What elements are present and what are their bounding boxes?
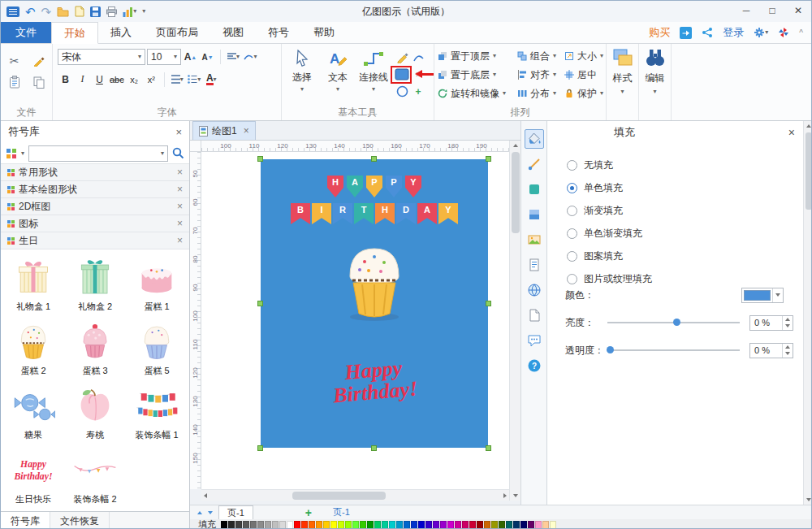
palette-swatch[interactable] [382,521,388,529]
open-file-icon[interactable] [57,5,69,18]
selection-handle[interactable] [486,156,491,162]
page-next-icon[interactable] [205,507,215,518]
spinner-arrows[interactable] [782,316,793,330]
login-button[interactable]: 登录 [723,25,744,40]
drawing-canvas[interactable]: HAPPY BIRTHDAY Happy Birthday! [201,152,509,489]
palette-swatch[interactable] [462,521,469,529]
hyperlink-globe-icon[interactable] [525,280,544,300]
font-family-select[interactable]: 宋体▾ [58,49,145,65]
ribbon-tab[interactable]: 帮助 [301,22,347,43]
italic-button[interactable]: I [75,72,90,87]
minimize-button[interactable]: ─ [733,1,759,20]
print-icon[interactable] [106,5,117,18]
collapse-ribbon-icon[interactable]: ^ [799,28,803,37]
palette-swatch[interactable] [287,521,293,529]
palette-swatch[interactable] [250,521,257,529]
bullet-list-button[interactable]: ▾ [187,72,202,87]
palette-swatch[interactable] [243,521,249,529]
palette-swatch[interactable] [294,521,300,529]
palette-swatch[interactable] [367,521,374,529]
search-icon[interactable] [172,147,184,159]
hscroll-thumb[interactable] [292,492,386,500]
share-icon[interactable] [702,26,713,39]
palette-swatch[interactable] [323,521,330,529]
quick-color-icon[interactable] [525,180,544,199]
close-icon[interactable]: × [244,125,249,137]
gradient-style-icon[interactable] [525,205,544,224]
palette-swatch[interactable] [272,521,279,529]
help-icon[interactable]: ? [525,356,544,375]
picture-icon[interactable] [525,230,544,249]
comment-icon[interactable] [525,331,544,350]
chart-icon[interactable]: ▾ [123,5,136,18]
close-icon[interactable]: × [177,201,183,212]
pen-tool-icon[interactable] [396,51,408,63]
vscroll-thumb[interactable] [512,152,520,233]
brightness-spinner[interactable]: 0 % [749,315,793,331]
fill-option[interactable]: 单色填充 [567,181,652,195]
font-size-select[interactable]: 10▾ [147,49,181,65]
palette-swatch[interactable] [257,521,264,529]
palette-swatch[interactable] [279,521,286,529]
select-tool-button[interactable]: 选择 ▾ [285,46,319,105]
line-style-icon[interactable] [525,154,544,174]
page-prev-icon[interactable] [194,507,205,518]
new-file-icon[interactable] [75,5,84,18]
center-button[interactable]: 居中 [564,67,603,82]
align-menu-button[interactable]: ▾ [226,50,241,65]
fill-option[interactable]: 渐变填充 [567,204,652,218]
symbol-item[interactable]: 装饰条幅 2 [64,448,126,505]
cut-icon[interactable]: ✂ [10,54,19,67]
palette-swatch[interactable] [309,521,315,529]
bold-button[interactable]: B [58,72,73,87]
symbol-item[interactable]: 蛋糕 5 [126,319,188,377]
paste-icon[interactable] [9,76,20,89]
palette-swatch[interactable] [228,521,235,529]
pinwheel-icon[interactable] [778,26,789,39]
symbol-item[interactable]: HappyBirthday!生日快乐 [2,448,64,505]
group-button[interactable]: 组合▾ [517,49,556,63]
palette-swatch[interactable] [550,521,556,529]
symbol-item[interactable]: 装饰条幅 1 [126,384,188,441]
brightness-slider[interactable] [607,314,740,331]
close-icon[interactable]: × [177,218,183,229]
file-menu-button[interactable]: 文件 [1,22,51,43]
selection-handle[interactable] [257,156,263,162]
palette-swatch[interactable] [433,521,439,529]
palette-swatch[interactable] [491,521,498,529]
ribbon-tab[interactable]: 开始 [51,22,98,44]
text-effects-button[interactable]: ▾ [243,50,258,65]
send-to-back-button[interactable]: 置于底层▾ [438,67,506,82]
buy-button[interactable]: 购买 [649,25,670,40]
palette-swatch[interactable] [396,521,403,529]
palette-swatch[interactable] [484,521,490,529]
palette-swatch[interactable] [455,521,461,529]
symbol-item[interactable]: 蛋糕 1 [126,255,188,313]
close-icon[interactable]: × [788,126,795,139]
palette-swatch[interactable] [338,521,344,529]
palette-swatch[interactable] [499,521,505,529]
birthday-card[interactable]: HAPPY BIRTHDAY Happy Birthday! [261,159,488,448]
more-shapes-icon[interactable]: + [415,86,421,98]
palette-swatch[interactable] [440,521,447,529]
line-spacing-button[interactable]: ▾ [170,72,185,87]
app-menu-icon[interactable] [6,5,19,18]
symbol-item[interactable]: 蛋糕 3 [64,319,126,377]
library-grid-icon[interactable] [6,148,17,159]
fill-option[interactable]: 无填充 [567,158,652,172]
close-icon[interactable]: × [177,184,183,195]
bring-to-front-button[interactable]: 置于顶层▾ [438,49,506,63]
symbol-item[interactable]: 礼物盒 1 [2,255,64,313]
palette-swatch[interactable] [235,521,242,529]
horizontal-scrollbar[interactable] [201,489,509,501]
settings-gear-icon[interactable]: ▾ [754,26,768,39]
palette-swatch[interactable] [374,521,381,529]
symbol-item[interactable]: 糖果 [2,384,64,441]
symbol-search-input[interactable]: ▾ [28,145,168,162]
sidebar-section-header[interactable]: 2D框图× [1,197,189,215]
strikethrough-button[interactable]: abc [109,72,125,87]
chevron-down-icon[interactable]: ▾ [21,150,24,157]
palette-swatch[interactable] [425,521,432,529]
selection-handle[interactable] [257,301,263,306]
protect-button[interactable]: 保护▾ [564,86,603,101]
